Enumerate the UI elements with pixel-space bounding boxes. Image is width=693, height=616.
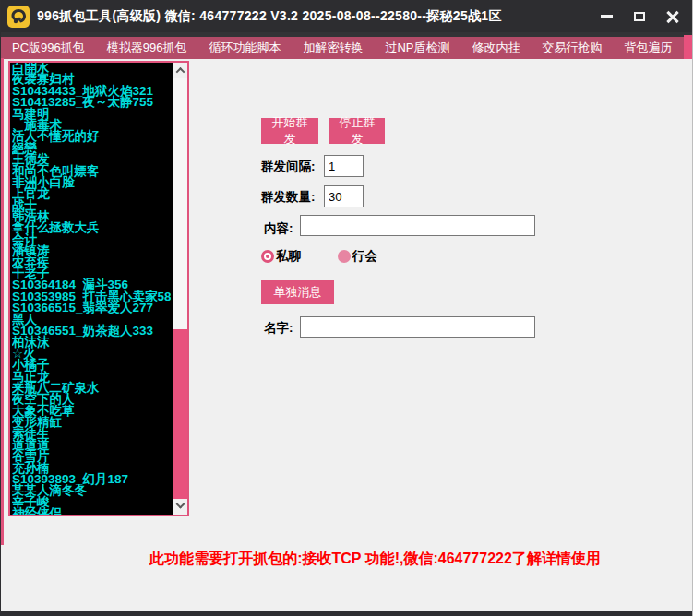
- stop-broadcast-button[interactable]: 停止群发: [329, 118, 385, 144]
- radio-private-chat[interactable]: 私聊: [261, 248, 301, 265]
- tab-3[interactable]: 循环功能脚本: [197, 37, 292, 59]
- window-bottom-edge: [1, 611, 693, 616]
- tab-8[interactable]: 背包遍历: [614, 37, 684, 59]
- chevron-up-icon: [175, 67, 185, 77]
- chat-mode-radio-group: 私聊 行会: [261, 249, 377, 263]
- window-controls: [596, 0, 683, 32]
- close-button[interactable]: [663, 6, 683, 27]
- tab-6[interactable]: 修改内挂: [461, 37, 532, 59]
- radio-private-label: 私聊: [276, 248, 301, 265]
- scroll-down-button[interactable]: [173, 499, 187, 515]
- interval-input[interactable]: [324, 155, 364, 177]
- tab-2[interactable]: 模拟器996抓包: [96, 37, 198, 59]
- chevron-down-icon: [175, 500, 185, 509]
- tab-strip: PC版996抓包模拟器996抓包循环功能脚本加解密转换过NP盾检测修改内挂交易行…: [1, 37, 693, 59]
- app-logo-icon: [7, 6, 30, 28]
- tab-9[interactable]: 排行榜群发: [684, 35, 693, 61]
- content-input[interactable]: [300, 215, 535, 236]
- window-title: 996抓包工具(高级版) 微信: 464777222 V3.2 2025-08-…: [37, 8, 502, 25]
- single-message-button[interactable]: 单独消息: [261, 280, 334, 304]
- name-label: 名字:: [264, 320, 293, 337]
- radio-guild-label: 行会: [352, 248, 377, 265]
- panel-left-accent: [1, 58, 4, 545]
- tab-4[interactable]: 加解密转换: [292, 37, 374, 59]
- name-input[interactable]: [300, 316, 535, 338]
- titlebar: 996抓包工具(高级版) 微信: 464777222 V3.2 2025-08-…: [1, 0, 693, 32]
- count-label: 群发数量:: [261, 189, 316, 206]
- maximize-button[interactable]: [629, 6, 650, 27]
- player-name-list[interactable]: 白開水夜袭寡妇村S10434433_地狱火焰321S10413285_夜～太静7…: [12, 63, 171, 515]
- minimize-icon: [601, 15, 613, 18]
- player-list-panel: 白開水夜袭寡妇村S10434433_地狱火焰321S10413285_夜～太静7…: [8, 61, 189, 516]
- minimize-button[interactable]: [596, 6, 616, 27]
- radio-guild-chat[interactable]: 行会: [338, 248, 377, 265]
- list-item[interactable]: 神经侠侣: [12, 508, 171, 515]
- tab-5[interactable]: 过NP盾检测: [374, 37, 460, 59]
- start-broadcast-button[interactable]: 开始群发: [261, 118, 318, 144]
- tab-1[interactable]: PC版996抓包: [1, 37, 96, 59]
- scroll-up-button[interactable]: [173, 63, 187, 78]
- list-scrollbar[interactable]: [173, 63, 187, 515]
- tab-7[interactable]: 交易行抢购: [532, 37, 614, 59]
- radio-selected-icon: [261, 250, 274, 263]
- content-label: 内容:: [264, 220, 293, 237]
- interval-label: 群发间隔:: [261, 159, 316, 175]
- scrollbar-thumb[interactable]: [173, 329, 187, 500]
- app-window: 996抓包工具(高级版) 微信: 464777222 V3.2 2025-08-…: [0, 0, 693, 616]
- tab-bar: PC版996抓包模拟器996抓包循环功能脚本加解密转换过NP盾检测修改内挂交易行…: [1, 32, 693, 59]
- radio-unselected-icon: [338, 250, 351, 263]
- maximize-icon: [634, 12, 645, 21]
- count-input[interactable]: [324, 185, 364, 207]
- close-icon: [666, 10, 679, 23]
- bottom-notice: 此功能需要打开抓包的:接收TCP 功能!,微信:464777222了解详情使用: [56, 550, 693, 569]
